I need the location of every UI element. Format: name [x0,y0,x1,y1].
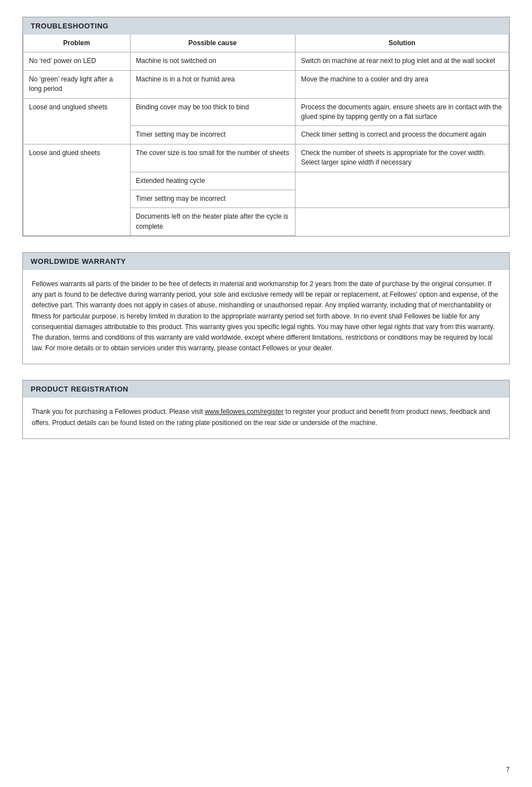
cell-problem: Loose and glued sheets [23,144,130,235]
cell-cause: Timer setting may be incorrect [130,126,295,144]
troubleshooting-section: TROUBLESHOOTING Problem Possible cause S… [22,17,510,236]
warranty-title: WORLDWIDE WARRANTY [31,257,126,265]
troubleshooting-title: TROUBLESHOOTING [31,22,109,30]
warranty-header: WORLDWIDE WARRANTY [23,253,509,270]
registration-header: PRODUCT REGISTRATION [23,380,509,398]
cell-solution: Switch on machine at rear next to plug i… [295,52,509,70]
cell-cause: Binding cover may be too thick to bind [130,98,295,126]
table-header-row: Problem Possible cause Solution [23,35,509,52]
cell-solution: Process the documents again, ensure shee… [295,98,509,126]
col-header-cause: Possible cause [130,35,295,52]
table-row: Loose and unglued sheetsBinding cover ma… [23,98,509,126]
cell-cause: Machine is not switched on [130,52,295,70]
cell-solution: Check the number of sheets is appropriat… [295,144,509,172]
cell-cause: Machine is in a hot or humid area [130,70,295,98]
cell-problem: Loose and unglued sheets [23,98,130,144]
warranty-text: Fellowes warrants all parts of the binde… [32,280,498,352]
page-number: 7 [506,766,510,774]
table-row: No ‘green’ ready light after a long peri… [23,70,509,98]
warranty-section: WORLDWIDE WARRANTY Fellowes warrants all… [22,252,510,364]
registration-body: Thank you for purchasing a Fellowes prod… [23,398,509,438]
cell-cause: The cover size is too small for the numb… [130,144,295,172]
cell-cause: Documents left on the heater plate after… [130,208,295,236]
cell-cause: Extended heating cycle [130,172,295,190]
table-row: No ‘red’ power on LEDMachine is not swit… [23,52,509,70]
troubleshooting-header: TROUBLESHOOTING [23,17,509,35]
registration-text-before: Thank you for purchasing a Fellowes prod… [32,408,205,416]
cell-cause: Timer setting may be incorrect [130,190,295,207]
registration-title: PRODUCT REGISTRATION [31,385,128,393]
warranty-body: Fellowes warrants all parts of the binde… [23,270,509,364]
col-header-solution: Solution [295,35,509,52]
table-row: Loose and glued sheetsThe cover size is … [23,144,509,172]
registration-link[interactable]: www.fellowes.com/register [205,408,283,416]
col-header-problem: Problem [23,35,130,52]
registration-section: PRODUCT REGISTRATION Thank you for purch… [22,380,510,438]
cell-solution: Check timer setting is correct and proce… [295,126,509,144]
cell-solution: Move the machine to a cooler and dry are… [295,70,509,98]
cell-solution [295,172,509,208]
troubleshooting-table: Problem Possible cause Solution No ‘red’… [23,35,509,236]
cell-problem: No ‘green’ ready light after a long peri… [23,70,130,98]
cell-problem: No ‘red’ power on LED [23,52,130,70]
